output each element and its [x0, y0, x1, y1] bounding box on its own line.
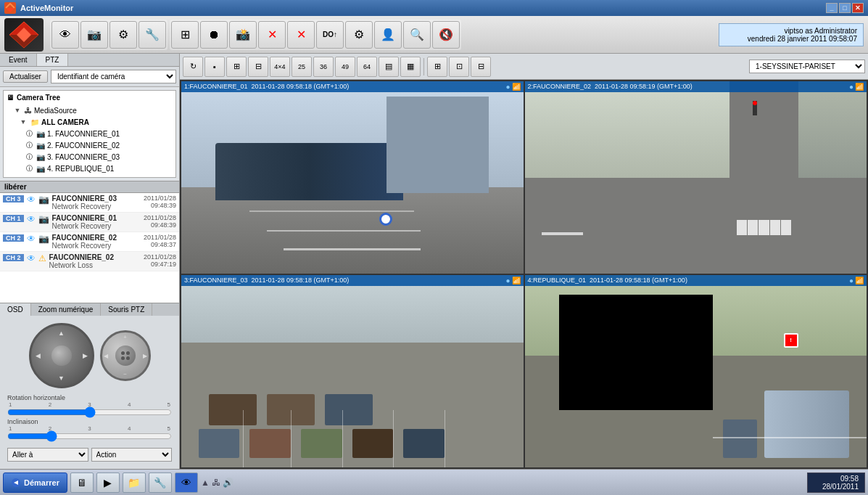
fullscreen-button[interactable]: ⊞ [171, 21, 199, 49]
cam2-signal-icon: 📶 [855, 83, 864, 91]
tree-cam1[interactable]: ⓘ 📷 1. FAUCONNIERE_01 [7, 128, 173, 139]
taskbar-monitor-icon[interactable]: 🖥 [70, 472, 94, 493]
start-button[interactable]: Démarrer [3, 472, 67, 493]
wrench-tool-button[interactable]: 🔧 [139, 21, 166, 49]
cam4-blackout [559, 295, 713, 410]
action-select[interactable]: Action [91, 448, 173, 462]
taskbar-active-app[interactable]: 👁 [175, 472, 198, 493]
rotation-slider[interactable] [7, 408, 172, 417]
aux2-button[interactable]: ⊡ [449, 57, 469, 77]
cam3-parking-line3 [342, 410, 343, 468]
view-tools: 👁 📷 ⚙ 🔧 [50, 20, 168, 50]
refresh-button[interactable]: Actualiser [3, 70, 48, 83]
cam3-car3 [301, 429, 342, 458]
config-button[interactable]: ⚙ [345, 21, 373, 49]
minimize-button[interactable]: _ [826, 3, 838, 13]
event-details: FAUCONNIERE_02 Network Loss [49, 253, 130, 269]
zoom-button[interactable]: 🔍 [403, 21, 431, 49]
souris-tab[interactable]: Souris PTZ [101, 303, 152, 316]
user-button[interactable]: 👤 [374, 21, 402, 49]
event-tab[interactable]: Event [0, 54, 37, 66]
layout1-button[interactable]: ▤ [379, 57, 399, 77]
stop-button[interactable]: ✕ [287, 21, 315, 49]
grid49-button[interactable]: 49 [335, 57, 355, 77]
single-view-button[interactable]: ▪ [204, 57, 225, 77]
tree-cam4[interactable]: ⓘ 📷 4. REPUBLIQUE_01 [7, 163, 173, 174]
cam1-label: 1. FAUCONNIERE_01 [47, 130, 120, 138]
eye-tool-button[interactable]: 👁 [51, 21, 79, 49]
goto-select[interactable]: Aller à [7, 448, 88, 462]
settings-tool-button[interactable]: ⚙ [109, 21, 137, 49]
camera-tree: 🖥 Camera Tree ▼ 🖧 MediaSource ▼ 📁 ALL CA… [3, 90, 176, 178]
event-date: 2011/01/28 [133, 214, 176, 221]
video-header-3: 3:FAUCONNIERE_03 2011-01-28 09:58:18 (GM… [181, 275, 524, 286]
cam2-crosswalk [737, 220, 791, 235]
event-date: 2011/01/28 [133, 195, 176, 202]
video-cell-1[interactable]: 1:FAUCONNIERE_01 2011-01-28 09:58:18 (GM… [181, 81, 524, 274]
taskbar-tools-icon[interactable]: 🔧 [149, 472, 172, 493]
cam1-road-line3 [249, 210, 413, 212]
start-label: Démarrer [24, 478, 59, 487]
tree-cam3[interactable]: ⓘ 📷 3. FAUCONNIERE_03 [7, 151, 173, 163]
list-item[interactable]: CH 1 👁 📷 FAUCONNIERE_01 Network Recovery… [0, 213, 179, 232]
grid-toolbar: ↻ ▪ ⊞ ⊟ 4×4 25 36 49 64 ▤ ▦ ⊞ ⊡ ⊟ 1-SEYS… [180, 54, 868, 80]
aux1-button[interactable]: ⊞ [427, 57, 447, 77]
cam1-building [387, 97, 489, 193]
taskbar-folder-icon[interactable]: 📁 [123, 472, 146, 493]
do-button[interactable]: DO↑ [316, 21, 344, 49]
tree-media-source[interactable]: ▼ 🖧 MediaSource [7, 105, 173, 116]
event-details: FAUCONNIERE_02 Network Recovery [52, 234, 130, 250]
record-button[interactable]: ⏺ [200, 21, 228, 49]
cam4-signal-icon: 📶 [855, 277, 864, 285]
event-details: FAUCONNIERE_03 Network Recovery [52, 195, 130, 210]
camera-tool-button[interactable]: 📷 [80, 21, 108, 49]
snapshot-button[interactable]: 📸 [229, 21, 257, 49]
datetime-display: vendredi 28 janvier 2011 09:58:07 [725, 35, 857, 43]
close-button[interactable]: ✕ [852, 3, 864, 13]
video-cell-2[interactable]: 2:FAUCONNIERE_02 2011-01-28 09:58:19 (GM… [525, 81, 867, 274]
audio-button[interactable]: 🔇 [432, 21, 460, 49]
maximize-button[interactable]: □ [839, 3, 851, 13]
cam2-building [798, 81, 867, 178]
ptz-tab[interactable]: PTZ [37, 54, 69, 66]
grid2x2-button[interactable]: ⊞ [226, 57, 247, 77]
taskbar-arrow-icon[interactable]: ▶ [96, 472, 120, 493]
video-cell-3[interactable]: 3:FAUCONNIERE_03 2011-01-28 09:58:18 (GM… [181, 275, 524, 467]
profile-select[interactable]: 1-SEYSSINET-PARISET [749, 60, 865, 73]
grid4x4-button[interactable]: 4×4 [270, 57, 290, 77]
osd-tab[interactable]: OSD [0, 303, 31, 316]
list-item[interactable]: CH 3 👁 📷 FAUCONNIERE_03 Network Recovery… [0, 193, 179, 213]
alarm-button[interactable]: ✕ [258, 21, 286, 49]
grid64-button[interactable]: 64 [357, 57, 377, 77]
list-item[interactable]: CH 2 👁 ⚠ FAUCONNIERE_02 Network Loss 201… [0, 252, 179, 271]
inclination-slider[interactable] [7, 432, 172, 441]
ptz-joystick[interactable]: ▲ ▼ ◀ ▶ [29, 323, 94, 388]
event-camera-name: FAUCONNIERE_03 [52, 195, 130, 202]
app-icon [4, 2, 16, 14]
tree-all-camera[interactable]: ▼ 📁 ALL CAMERA [7, 116, 173, 128]
window-controls[interactable]: _ □ ✕ [826, 3, 864, 13]
zoom-tab[interactable]: Zoom numérique [31, 303, 102, 316]
cam4-title: 4:REPUBLIQUE_01 2011-01-28 09:58:18 (GMT… [528, 277, 687, 285]
event-time: 2011/01/28 09:48:37 [133, 234, 176, 248]
aux3-button[interactable]: ⊟ [471, 57, 491, 77]
event-camera-name: FAUCONNIERE_02 [49, 253, 130, 261]
refresh-grid-button[interactable]: ↻ [183, 57, 203, 77]
event-clock: 09:48:37 [133, 241, 176, 248]
cam3-label: 3. FAUCONNIERE_03 [47, 153, 120, 161]
cam1-icon: 📷 [36, 130, 45, 138]
grid25-button[interactable]: 25 [292, 57, 312, 77]
eye-icon: 👁 [27, 214, 36, 224]
camera-id-select[interactable]: Identifiant de caméra [51, 70, 176, 83]
zoom-ring[interactable]: + − ◀ ▶ [100, 330, 151, 381]
tree-cam2[interactable]: ⓘ 📷 2. FAUCONNIERE_02 [7, 139, 173, 151]
grid3x3-button[interactable]: ⊟ [248, 57, 268, 77]
user-info-panel: viptso as Administrator vendredi 28 janv… [719, 23, 864, 46]
rotation-label: Rotation horizontale [7, 394, 172, 401]
cam3-title: 3:FAUCONNIERE_03 2011-01-28 09:58:18 (GM… [184, 277, 349, 285]
grid36-button[interactable]: 36 [313, 57, 334, 77]
video-cell-4[interactable]: 4:REPUBLIQUE_01 2011-01-28 09:58:18 (GMT… [525, 275, 867, 467]
list-item[interactable]: CH 2 👁 📷 FAUCONNIERE_02 Network Recovery… [0, 232, 179, 252]
layout2-button[interactable]: ▦ [400, 57, 421, 77]
event-date: 2011/01/28 [133, 234, 176, 241]
